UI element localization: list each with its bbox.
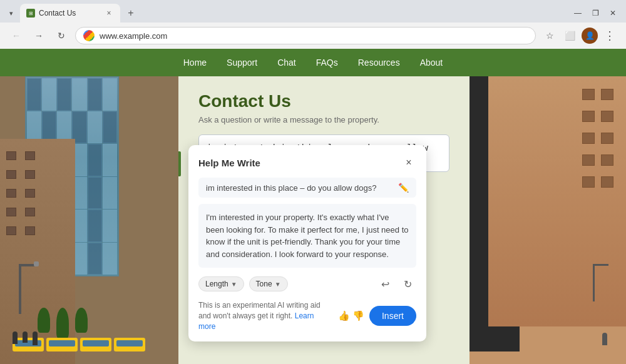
avatar: 👤 <box>582 28 598 44</box>
browser-chrome: ▾ ⊞ Contact Us × + — ❐ ✕ ← → ↻ www.examp… <box>0 0 626 49</box>
left-accent <box>178 151 181 176</box>
thumbs-down-button[interactable]: 👎 <box>352 310 364 321</box>
back-button[interactable]: ← <box>8 27 25 44</box>
profile-button[interactable]: 👤 <box>581 27 598 44</box>
length-dropdown[interactable]: Length ▼ <box>198 276 244 291</box>
hmw-footer-text: This is an experimental AI writing aid a… <box>198 300 333 331</box>
tone-arrow-icon: ▼ <box>275 281 281 288</box>
close-button[interactable]: ✕ <box>605 5 621 21</box>
tone-label: Tone <box>256 280 272 288</box>
extensions-button[interactable]: ⬜ <box>561 27 578 44</box>
forward-button[interactable]: → <box>30 27 48 44</box>
hmw-action-icons: ↩ ↻ <box>376 275 416 293</box>
website: Home Support Chat FAQs Resources About <box>0 49 626 364</box>
undo-button[interactable]: ↩ <box>376 275 394 293</box>
nav-support[interactable]: Support <box>227 55 257 70</box>
length-label: Length <box>205 280 228 288</box>
reload-button[interactable]: ↻ <box>53 27 70 44</box>
nav-home[interactable]: Home <box>183 55 207 70</box>
hmw-footer: This is an experimental AI writing aid a… <box>198 300 416 331</box>
length-arrow-icon: ▼ <box>231 281 237 288</box>
edit-icon[interactable]: ✏️ <box>398 183 409 193</box>
site-nav: Home Support Chat FAQs Resources About <box>0 49 626 76</box>
content-area: Contact Us Ask a question or write a mes… <box>0 76 626 364</box>
streetlight-right <box>588 264 595 301</box>
url-text: www.example.com <box>100 31 528 41</box>
insert-button[interactable]: Insert <box>369 306 416 326</box>
right-building <box>488 76 626 326</box>
contact-title: Contact Us <box>198 91 449 111</box>
pedestrian-right <box>602 333 607 345</box>
trees <box>38 308 88 339</box>
tab-bar: ▾ ⊞ Contact Us × + — ❐ ✕ <box>0 0 626 23</box>
active-tab[interactable]: ⊞ Contact Us × <box>20 4 120 23</box>
hmw-title: Help Me Write <box>198 158 260 168</box>
people <box>13 331 38 345</box>
minimize-button[interactable]: — <box>570 5 586 21</box>
refresh-button[interactable]: ↻ <box>399 275 416 293</box>
hmw-result: I'm interested in your property. It's ex… <box>198 204 416 268</box>
address-bar-icons: ☆ ⬜ 👤 ⋮ <box>541 27 618 44</box>
tab-title: Contact Us <box>39 9 76 18</box>
contact-subtitle: Ask a question or write a message to the… <box>198 115 449 124</box>
address-bar: ← → ↻ www.example.com ☆ ⬜ 👤 ⋮ <box>0 23 626 49</box>
menu-dots-icon: ⋮ <box>604 29 615 43</box>
hmw-feedback: 👍 👎 <box>338 310 364 321</box>
menu-button[interactable]: ⋮ <box>601 27 618 44</box>
hmw-input-text: im interested in this place – do you all… <box>206 183 393 193</box>
hmw-input-row: im interested in this place – do you all… <box>198 178 416 198</box>
nav-about[interactable]: About <box>420 55 443 70</box>
hmw-close-button[interactable]: × <box>401 155 416 170</box>
google-logo <box>83 30 95 41</box>
bg-right <box>470 76 626 364</box>
streetlight-left <box>13 264 21 314</box>
hmw-controls: Length ▼ Tone ▼ ↩ ↻ <box>198 275 416 293</box>
tab-favicon: ⊞ <box>26 9 35 18</box>
thumbs-up-button[interactable]: 👍 <box>338 310 350 321</box>
tab-close-button[interactable]: × <box>104 8 114 18</box>
tone-dropdown[interactable]: Tone ▼ <box>249 276 288 291</box>
hmw-result-text: I'm interested in your property. It's ex… <box>206 211 409 260</box>
help-me-write-panel: Help Me Write × im interested in this pl… <box>188 145 426 341</box>
bookmark-button[interactable]: ☆ <box>541 27 558 44</box>
url-field[interactable]: www.example.com <box>75 27 536 44</box>
nav-resources[interactable]: Resources <box>358 55 400 70</box>
restore-button[interactable]: ❐ <box>587 5 603 21</box>
hmw-header: Help Me Write × <box>198 155 416 170</box>
main-content: Contact Us Ask a question or write a mes… <box>178 76 470 364</box>
bg-left <box>0 76 178 364</box>
tab-dropdown-button[interactable]: ▾ <box>5 7 18 19</box>
new-tab-button[interactable]: + <box>123 5 139 21</box>
nav-chat[interactable]: Chat <box>277 55 296 70</box>
nav-faqs[interactable]: FAQs <box>316 55 338 70</box>
window-controls: — ❐ ✕ <box>570 5 621 21</box>
